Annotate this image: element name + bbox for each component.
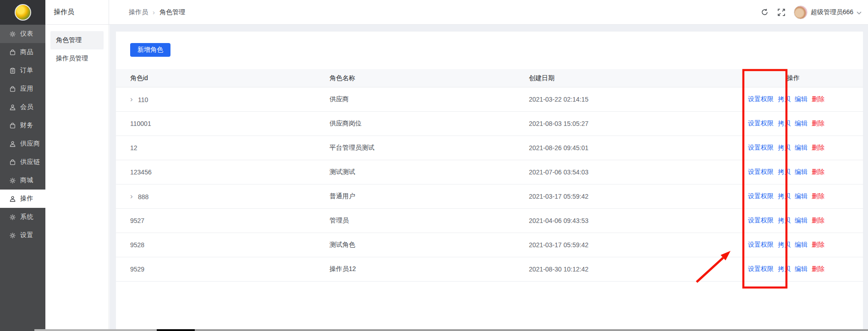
- gear-icon: [9, 232, 16, 239]
- sidebar-item-settings[interactable]: 设置: [0, 226, 45, 244]
- sidebar-item-label: 商品: [20, 48, 33, 56]
- breadcrumb-item-role-management: 角色管理: [159, 8, 185, 16]
- table-row: 12平台管理员测试2021-08-26 09:45:01设置权限拷贝编辑删除: [116, 136, 863, 160]
- cell-role-name: 供应商岗位: [315, 119, 515, 128]
- action-copy-link[interactable]: 拷贝: [778, 192, 791, 201]
- table-header-row: 角色id角色名称创建日期操作: [116, 69, 863, 87]
- submenu-item-role-management[interactable]: 角色管理: [50, 31, 104, 49]
- content-panel: 新增角色 角色id角色名称创建日期操作›110供应商2021-03-22 02:…: [116, 32, 863, 331]
- submenu-title: 操作员: [45, 0, 109, 25]
- action-edit-link[interactable]: 编辑: [795, 241, 808, 249]
- sidebar-item-operation[interactable]: 操作: [0, 190, 45, 208]
- action-set-permission-link[interactable]: 设置权限: [748, 168, 774, 176]
- sidebar-item-dashboard[interactable]: 仪表: [0, 25, 45, 43]
- cell-role-name: 管理员: [315, 217, 515, 225]
- user-avatar[interactable]: [794, 5, 808, 19]
- action-delete-link[interactable]: 删除: [812, 168, 824, 176]
- cell-role-id: 9529: [116, 266, 315, 273]
- user-menu[interactable]: 超级管理员666: [794, 5, 862, 19]
- column-header-created-date: 创建日期: [515, 74, 734, 82]
- action-edit-link[interactable]: 编辑: [795, 217, 808, 225]
- cell-role-id: ›110: [116, 96, 315, 103]
- cell-created-date: 2021-03-17 05:59:42: [515, 241, 734, 249]
- sidebar-item-label: 操作: [20, 195, 33, 203]
- sidebar-item-label: 应用: [20, 85, 33, 93]
- cell-role-name: 测试测试: [315, 168, 515, 176]
- bag-icon: [9, 159, 16, 165]
- sidebar-item-label: 设置: [20, 231, 33, 239]
- app-logo[interactable]: [15, 4, 31, 21]
- action-delete-link[interactable]: 删除: [812, 265, 824, 273]
- refresh-icon[interactable]: [761, 8, 769, 16]
- table-row: 123456测试测试2021-07-06 03:54:03设置权限拷贝编辑删除: [116, 160, 863, 184]
- cell-actions: 设置权限拷贝编辑删除: [734, 144, 863, 152]
- role-table: 角色id角色名称创建日期操作›110供应商2021-03-22 02:14:15…: [116, 69, 863, 282]
- sidebar-item-supplier[interactable]: 供应商: [0, 135, 45, 153]
- action-delete-link[interactable]: 删除: [812, 119, 824, 128]
- breadcrumb: 操作员 › 角色管理: [129, 8, 185, 16]
- action-edit-link[interactable]: 编辑: [795, 144, 808, 152]
- cell-role-id: 9527: [116, 217, 315, 224]
- action-delete-link[interactable]: 删除: [812, 95, 824, 103]
- sidebar-item-label: 商城: [20, 176, 33, 184]
- sidebar-item-system[interactable]: 系统: [0, 208, 45, 226]
- action-edit-link[interactable]: 编辑: [795, 95, 808, 103]
- action-copy-link[interactable]: 拷贝: [778, 265, 791, 273]
- sidebar-item-members[interactable]: 会员: [0, 98, 45, 116]
- sidebar-item-mall[interactable]: 商城: [0, 171, 45, 190]
- action-set-permission-link[interactable]: 设置权限: [748, 241, 774, 249]
- action-edit-link[interactable]: 编辑: [795, 192, 808, 201]
- expand-row-icon[interactable]: ›: [130, 96, 138, 103]
- bag-icon: [9, 49, 16, 55]
- cell-role-id: 12: [116, 144, 315, 152]
- add-role-button[interactable]: 新增角色: [130, 43, 170, 57]
- cell-created-date: 2021-03-17 05:59:42: [515, 193, 734, 200]
- submenu-item-label: 操作员管理: [56, 54, 88, 63]
- action-copy-link[interactable]: 拷贝: [778, 168, 791, 176]
- action-set-permission-link[interactable]: 设置权限: [748, 119, 774, 128]
- action-copy-link[interactable]: 拷贝: [778, 144, 791, 152]
- bag-icon: [9, 122, 16, 129]
- breadcrumb-item-operator[interactable]: 操作员: [129, 8, 148, 16]
- action-delete-link[interactable]: 删除: [812, 217, 824, 225]
- action-copy-link[interactable]: 拷贝: [778, 119, 791, 128]
- cell-created-date: 2021-08-03 15:05:27: [515, 120, 734, 127]
- gear-icon: [9, 31, 16, 37]
- column-header-actions: 操作: [734, 74, 863, 82]
- action-set-permission-link[interactable]: 设置权限: [748, 265, 774, 273]
- sidebar-item-orders[interactable]: 订单: [0, 61, 45, 80]
- column-header-role-id: 角色id: [116, 74, 315, 82]
- action-edit-link[interactable]: 编辑: [795, 265, 808, 273]
- sidebar-item-supply-chain[interactable]: 供应链: [0, 153, 45, 171]
- sidebar-item-finance[interactable]: 财务: [0, 116, 45, 135]
- action-set-permission-link[interactable]: 设置权限: [748, 217, 774, 225]
- action-copy-link[interactable]: 拷贝: [778, 217, 791, 225]
- action-edit-link[interactable]: 编辑: [795, 119, 808, 128]
- cell-actions: 设置权限拷贝编辑删除: [734, 119, 863, 128]
- gear-icon: [9, 214, 16, 220]
- fullscreen-icon[interactable]: [777, 8, 786, 16]
- cell-role-id: ›888: [116, 193, 315, 201]
- expand-row-icon[interactable]: ›: [130, 193, 138, 200]
- submenu-items: 角色管理操作员管理: [45, 25, 109, 68]
- action-delete-link[interactable]: 删除: [812, 241, 824, 249]
- sidebar-item-label: 订单: [20, 66, 33, 75]
- action-copy-link[interactable]: 拷贝: [778, 95, 791, 103]
- action-delete-link[interactable]: 删除: [812, 144, 824, 152]
- submenu-item-operator-management[interactable]: 操作员管理: [50, 49, 104, 68]
- sidebar-item-goods[interactable]: 商品: [0, 43, 45, 61]
- action-set-permission-link[interactable]: 设置权限: [748, 192, 774, 201]
- sidebar-item-apps[interactable]: 应用: [0, 80, 45, 98]
- column-header-role-name: 角色名称: [315, 74, 515, 82]
- main-sidebar: 仪表商品订单应用会员财务供应商供应链商城操作系统设置: [0, 0, 45, 331]
- table-row: ›110供应商2021-03-22 02:14:15设置权限拷贝编辑删除: [116, 87, 863, 112]
- action-set-permission-link[interactable]: 设置权限: [748, 144, 774, 152]
- action-set-permission-link[interactable]: 设置权限: [748, 95, 774, 103]
- action-edit-link[interactable]: 编辑: [795, 168, 808, 176]
- cell-actions: 设置权限拷贝编辑删除: [734, 265, 863, 273]
- sidebar-item-label: 财务: [20, 121, 33, 130]
- person-icon: [9, 141, 16, 147]
- action-delete-link[interactable]: 删除: [812, 192, 824, 201]
- cell-role-name: 普通用户: [315, 192, 515, 201]
- action-copy-link[interactable]: 拷贝: [778, 241, 791, 249]
